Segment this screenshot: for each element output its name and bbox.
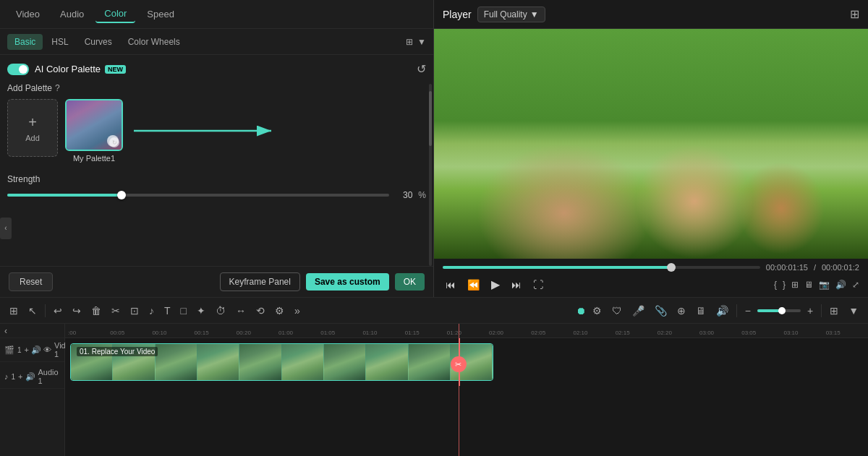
main-area: Video Audio Color Speed Basic HSL Curves… <box>0 0 868 297</box>
tl-mic-icon[interactable]: 🎤 <box>629 303 648 319</box>
expand-icon[interactable]: ▼ <box>417 37 426 47</box>
tab-audio[interactable]: Audio <box>51 6 93 22</box>
help-icon: ? <box>55 83 60 93</box>
sub-tab-hsl[interactable]: HSL <box>44 34 75 50</box>
cut-marker[interactable]: ✂ <box>451 356 467 372</box>
svg-point-3 <box>434 29 581 199</box>
strength-section: Strength 30 % <box>7 174 426 200</box>
tl-vol-icon[interactable]: 🔊 <box>712 303 732 319</box>
play-button[interactable]: ▶ <box>488 276 503 293</box>
ruler-mark-7: 01:10 <box>362 330 404 336</box>
save-custom-button[interactable]: Save as custom <box>306 273 389 291</box>
tl-record-icon[interactable]: ⏺ <box>576 305 586 317</box>
tl-transform-icon[interactable]: ⟲ <box>252 303 268 319</box>
tl-zoom-slider[interactable] <box>757 309 801 312</box>
track-ruler-spacer: ‹ <box>0 324 64 338</box>
tl-zoom-out-icon[interactable]: − <box>741 303 754 319</box>
tl-select-icon[interactable]: ↖ <box>25 303 41 319</box>
sub-tab-curves[interactable]: Curves <box>77 34 119 50</box>
tl-cut-icon[interactable]: ✂ <box>108 303 124 319</box>
tl-redo-icon[interactable]: ↪ <box>69 303 85 319</box>
keyframe-panel-button[interactable]: Keyframe Panel <box>220 272 300 291</box>
video-eye-icon[interactable]: 👁 <box>43 345 51 355</box>
tl-snap-icon[interactable]: ⊕ <box>673 303 689 319</box>
step-back-button[interactable]: ⏪ <box>464 278 482 292</box>
expand-ctrl-icon[interactable]: ⤢ <box>852 280 859 290</box>
time-current: 00:00:01:15 <box>766 263 808 272</box>
player-header: Player Full Quality ▼ ⊞ <box>434 0 868 29</box>
tl-crop-icon[interactable]: ⊡ <box>127 303 142 319</box>
ai-reset-button[interactable]: ↺ <box>417 62 426 76</box>
screen-icon[interactable]: 🖥 <box>804 280 813 290</box>
film-frame-7 <box>324 344 366 380</box>
ruler-mark-4: 00:20 <box>237 330 278 336</box>
tab-video[interactable]: Video <box>7 6 48 22</box>
tl-effects-icon[interactable]: ✦ <box>193 303 209 319</box>
ruler-mark-14: 02:20 <box>658 330 699 336</box>
volume-icon[interactable]: 🔊 <box>835 280 846 290</box>
tl-audio-icon[interactable]: ♪ <box>145 303 158 319</box>
progress-track[interactable] <box>443 266 760 269</box>
tl-grid-icon[interactable]: ⊞ <box>6 303 22 319</box>
film-frame-4 <box>197 344 239 380</box>
skip-to-end-button[interactable]: ⏭ <box>509 278 524 292</box>
tl-settings-icon[interactable]: ⚙ <box>589 303 605 319</box>
palette-item-1[interactable]: ↻ My Palette1 <box>65 99 123 163</box>
ai-toggle[interactable] <box>7 64 29 75</box>
tl-screen2-icon[interactable]: 🖥 <box>692 303 710 319</box>
tl-left-icon[interactable]: ‹ <box>4 326 7 336</box>
tl-paint-icon[interactable]: ⚙ <box>271 303 288 319</box>
top-tabs: Video Audio Color Speed <box>0 0 433 29</box>
quality-select[interactable]: Full Quality ▼ <box>477 7 545 22</box>
add-label: Add <box>25 134 40 142</box>
progress-thumb[interactable] <box>667 263 676 272</box>
strength-thumb[interactable] <box>117 191 126 199</box>
strength-unit: % <box>418 190 426 200</box>
tl-shield-icon[interactable]: 🛡 <box>608 303 626 319</box>
tl-time-icon[interactable]: ⏱ <box>212 303 229 319</box>
ruler-marks: :00 00:05 00:10 00:15 00:20 01:00 01:05 … <box>65 330 868 336</box>
tab-color[interactable]: Color <box>95 5 135 23</box>
tl-delete-icon[interactable]: 🗑 <box>88 303 105 319</box>
audio-add-icon[interactable]: + <box>18 372 22 382</box>
ruler-mark-0: :00 <box>68 330 110 336</box>
camera-icon[interactable]: 📷 <box>819 280 830 290</box>
svg-point-5 <box>731 29 868 184</box>
audio-track-num: 1 <box>12 373 16 381</box>
tl-shape-icon[interactable]: □ <box>177 303 190 319</box>
strength-slider[interactable] <box>7 194 389 197</box>
tl-transition-icon[interactable]: ↔ <box>232 303 250 319</box>
sub-tab-color-wheels[interactable]: Color Wheels <box>121 34 187 50</box>
bracket-right-icon[interactable]: } <box>783 280 786 290</box>
audio-mute-icon[interactable]: 🔊 <box>25 372 35 382</box>
strength-label: Strength <box>7 174 426 184</box>
video-track-overlay-label: 01. Replace Your Video <box>77 347 158 356</box>
tl-more-icon[interactable]: » <box>291 303 304 319</box>
bracket-left-icon[interactable]: { <box>774 280 777 290</box>
fullscreen-button[interactable]: ⛶ <box>530 278 546 292</box>
video-mute-icon[interactable]: 🔊 <box>31 345 41 355</box>
panel-scrollbar[interactable] <box>429 84 432 266</box>
tl-undo-icon[interactable]: ↩ <box>50 303 66 319</box>
video-track[interactable]: 01. Replace Your Video <box>70 343 493 381</box>
video-add-icon[interactable]: + <box>25 345 29 355</box>
tab-speed[interactable]: Speed <box>138 6 183 22</box>
tl-layout-grid-icon[interactable]: ⊞ <box>826 303 842 319</box>
skip-to-start-button[interactable]: ⏮ <box>443 278 459 292</box>
ok-button[interactable]: OK <box>395 273 425 291</box>
sub-tab-basic[interactable]: Basic <box>7 34 43 50</box>
tl-icons-right: ⏺ ⚙ 🛡 🎤 📎 ⊕ 🖥 🔊 − + ⊞ ▼ <box>576 303 862 319</box>
reset-button[interactable]: Reset <box>9 272 53 291</box>
panel-nav-left[interactable]: ‹ <box>0 218 12 239</box>
tl-expand-icon[interactable]: ▼ <box>845 303 862 319</box>
video-frame-svg <box>434 29 868 259</box>
layout-ctrl-icon[interactable]: ⊞ <box>791 280 799 290</box>
grid-view-icon[interactable]: ⊞ <box>850 7 859 21</box>
layout-icon[interactable]: ⊞ <box>406 37 413 47</box>
add-palette-button[interactable]: + Add <box>7 99 58 157</box>
tl-text-icon[interactable]: T <box>161 303 174 319</box>
tl-zoom-in-icon[interactable]: + <box>804 303 817 319</box>
ctrl-icons-right: { } ⊞ 🖥 📷 🔊 ⤢ <box>774 280 859 290</box>
film-frame-8 <box>366 344 408 380</box>
tl-clip-icon[interactable]: 📎 <box>651 303 671 319</box>
